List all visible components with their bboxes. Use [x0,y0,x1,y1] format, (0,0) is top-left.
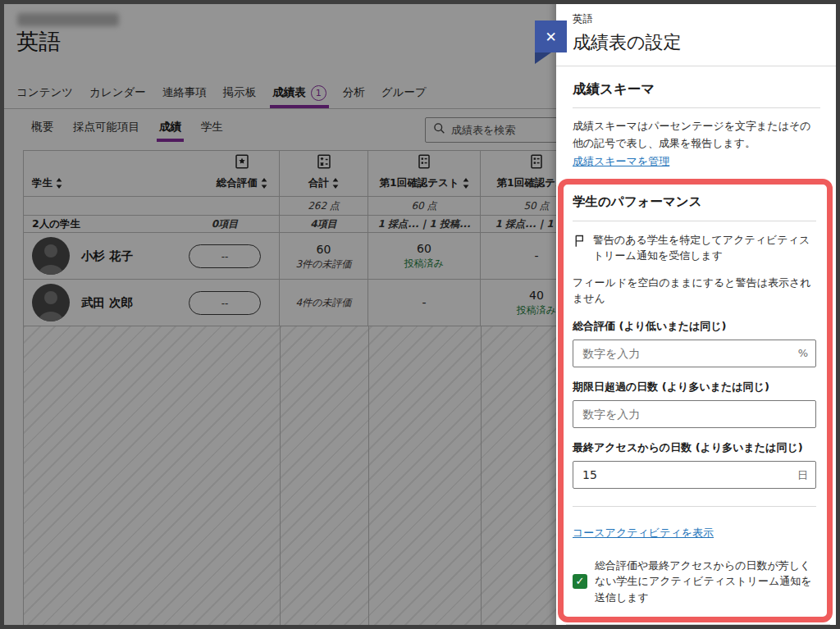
schema-description: 成績スキーマはパーセンテージを文字またはその他の記号で表し、成果を報告します。 [573,118,820,153]
panel-close-button-tail [535,52,551,64]
days-overdue-field-label: 期限日超過の日数 (より多いまたは同じ) [573,380,816,394]
course-activity-link[interactable]: コースアクティビティを表示 [573,526,714,540]
overall-grade-input[interactable] [573,340,816,367]
last-access-input[interactable] [573,461,816,489]
panel-close-button[interactable]: ✕ [535,21,567,52]
panel-header: 英語 成績表の設定 [556,0,840,66]
blank-field-note: フィールドを空白のままにすると警告は表示されません [573,275,816,307]
gradebook-settings-panel: 英語 成績表の設定 成績スキーマ 成績スキーマはパーセンテージを文字またはその他… [556,0,840,629]
gradebook-screen: 英語 コンテンツ カレンダー 連絡事項 掲示板 成績表 1 分析 グループ 概要… [0,0,840,629]
flag-description: 警告のある学生を特定してアクティビティストリーム通知を受信します [593,232,816,264]
flag-icon [573,232,587,253]
last-access-field-label: 最終アクセスからの日数 (より多いまたは同じ) [573,440,816,455]
overall-grade-field-label: 総合評価 (より低いまたは同じ) [573,319,816,334]
manage-schema-link[interactable]: 成績スキーマを管理 [573,155,669,167]
panel-course-context: 英語 [573,12,824,26]
student-performance-section-highlighted: 学生のパフォーマンス 警告のある学生を特定してアクティビティストリーム通知を受信… [558,179,833,623]
schema-heading: 成績スキーマ [573,80,820,98]
notify-checkbox-label: 総合評価や最終アクセスからの日数が芳しくない学生にアクティビティストリーム通知を… [595,558,816,606]
performance-heading: 学生のパフォーマンス [573,194,816,211]
notify-checkbox-checked[interactable]: ✓ [573,574,587,589]
panel-bottom-divider [566,624,830,625]
days-overdue-input[interactable] [573,400,816,428]
grade-schema-section: 成績スキーマ 成績スキーマはパーセンテージを文字またはその他の記号で表し、成果を… [556,66,840,169]
panel-title: 成績表の設定 [573,30,824,55]
